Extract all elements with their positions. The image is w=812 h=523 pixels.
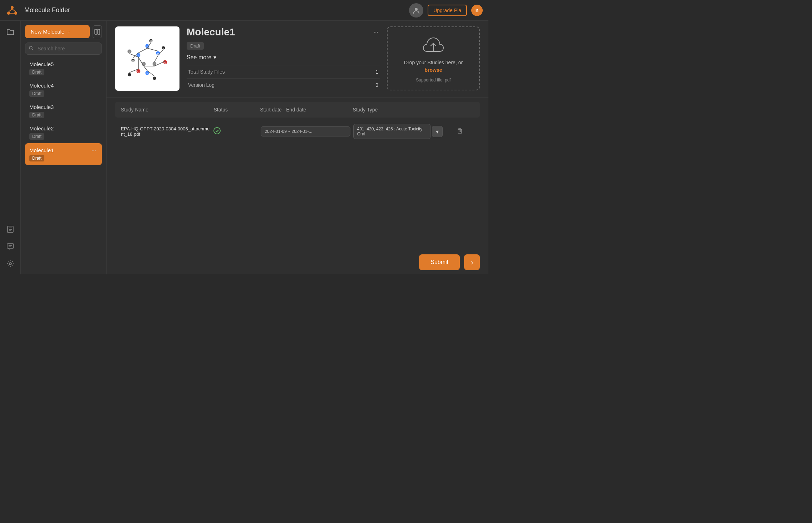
study-type-dropdown-button[interactable]: ▾ — [432, 126, 443, 137]
col-study-name: Study Name — [121, 107, 213, 113]
drop-zone[interactable]: Drop your Studies here, or browse Suppor… — [387, 26, 480, 90]
col-date: Start date - End date — [260, 107, 353, 113]
svg-rect-16 — [98, 29, 100, 34]
svg-text:H: H — [162, 47, 164, 50]
svg-text:O: O — [137, 70, 139, 73]
svg-point-62 — [214, 128, 220, 134]
molecule-header: N N C C N O O C — [107, 21, 488, 98]
sidebar-item-molecule5[interactable]: Molecule5 Draft — [25, 58, 102, 79]
submit-button[interactable]: Submit — [419, 254, 460, 270]
col-study-type: Study Type — [353, 107, 446, 113]
stat-row: Total Study Files 1 — [187, 65, 380, 79]
user-initial-badge: n — [471, 5, 483, 16]
study-filename: EPA-HQ-OPPT-2020-0304-0006_attachment_18… — [121, 126, 210, 137]
col-status: Status — [213, 107, 260, 113]
icon-bar — [0, 21, 21, 274]
study-type-text: 401, 420, 423, 425 : Acute Toxicity Oral — [353, 124, 430, 139]
user-avatar-button[interactable] — [409, 3, 423, 18]
sidebar-item-molecule4[interactable]: Molecule4 Draft — [25, 79, 102, 100]
delete-study-button[interactable] — [446, 128, 474, 136]
sidebar-item-molecule2[interactable]: Molecule2 Draft — [25, 122, 102, 143]
new-molecule-button[interactable]: New Molecule + — [25, 25, 90, 38]
svg-text:H: H — [153, 78, 155, 80]
study-type-wrapper: 401, 420, 423, 425 : Acute Toxicity Oral… — [353, 124, 443, 139]
svg-rect-63 — [458, 129, 462, 133]
main-layout: New Molecule + Molecule5 — [0, 21, 488, 274]
molecule-image: N N C C N O O C — [115, 26, 179, 91]
comment-nav-button[interactable] — [4, 240, 17, 253]
page-title: Molecule Folder — [24, 6, 409, 14]
app-logo — [6, 4, 19, 17]
drop-zone-text: Drop your Studies here, or browse — [395, 59, 472, 74]
folder-nav-button[interactable] — [4, 25, 17, 38]
cloud-upload-icon — [423, 34, 444, 55]
stat-row: Version Log 0 — [187, 79, 380, 92]
svg-point-17 — [29, 46, 32, 49]
svg-text:H: H — [128, 74, 130, 76]
molecule-title: Molecule1 — [187, 26, 235, 38]
study-rows: EPA-HQ-OPPT-2020-0304-0006_attachment_18… — [115, 119, 480, 144]
study-status-icon — [213, 127, 258, 136]
molecule-status-badge: Draft — [187, 42, 204, 50]
svg-line-4 — [12, 9, 16, 12]
svg-text:O: O — [164, 61, 166, 64]
svg-text:H: H — [132, 60, 134, 62]
molecule-item-options-button[interactable]: ··· — [90, 147, 98, 155]
molecule-stats-table: Total Study Files 1 Version Log 0 — [187, 65, 380, 91]
sidebar-toggle-button[interactable] — [93, 25, 102, 38]
extra-action-button[interactable]: › — [464, 254, 480, 270]
svg-rect-11 — [7, 244, 14, 248]
svg-text:N: N — [137, 54, 139, 57]
molecule-list: Molecule5 Draft Molecule4 Draft Molecule… — [25, 58, 102, 165]
svg-text:C: C — [128, 51, 130, 53]
chevron-down-icon: ▾ — [213, 54, 216, 61]
sidebar: New Molecule + Molecule5 — [21, 21, 107, 274]
molecule-info: Molecule1 ··· Draft See more ▾ Total Stu… — [187, 26, 380, 91]
svg-text:C: C — [153, 63, 155, 66]
topbar: Molecule Folder Upgrade Pla n — [0, 0, 488, 21]
svg-line-3 — [9, 9, 12, 12]
book-nav-button[interactable] — [4, 223, 17, 236]
study-date-range: 2024-01-09 ~ 2024-01-... — [261, 126, 350, 136]
settings-nav-button[interactable] — [4, 257, 17, 270]
svg-rect-15 — [95, 29, 97, 34]
svg-point-14 — [9, 263, 11, 265]
drop-zone-supported: Supported file: pdf — [416, 78, 451, 83]
see-more-button[interactable]: See more ▾ — [187, 54, 380, 61]
study-table-header: Study Name Status Start date - End date … — [115, 102, 480, 118]
search-wrapper — [25, 43, 102, 55]
svg-point-0 — [11, 6, 14, 9]
sidebar-item-molecule1[interactable]: Molecule1 ··· Draft — [25, 143, 102, 165]
svg-line-49 — [138, 48, 147, 53]
svg-line-54 — [138, 57, 144, 66]
topbar-actions: Upgrade Pla n — [409, 3, 483, 18]
svg-line-18 — [32, 49, 34, 50]
svg-line-51 — [154, 55, 158, 62]
molecule-title-row: Molecule1 ··· — [187, 26, 380, 38]
svg-line-58 — [144, 66, 147, 71]
study-row: EPA-HQ-OPPT-2020-0304-0006_attachment_18… — [115, 119, 480, 144]
svg-point-6 — [415, 8, 418, 11]
upgrade-plan-button[interactable]: Upgrade Pla — [428, 5, 467, 16]
sidebar-item-molecule3[interactable]: Molecule3 Draft — [25, 100, 102, 122]
search-input[interactable] — [25, 43, 102, 55]
main-content: N N C C N O O C — [107, 21, 488, 274]
svg-text:H: H — [150, 40, 152, 43]
study-section: Study Name Status Start date - End date … — [107, 98, 488, 250]
svg-line-48 — [147, 48, 158, 51]
molecule-options-button[interactable]: ··· — [372, 28, 380, 36]
svg-text:N: N — [146, 72, 148, 75]
bottom-bar: Submit › — [107, 250, 488, 274]
sidebar-header: New Molecule + — [25, 25, 102, 38]
search-icon — [29, 46, 34, 52]
col-actions — [446, 107, 474, 113]
